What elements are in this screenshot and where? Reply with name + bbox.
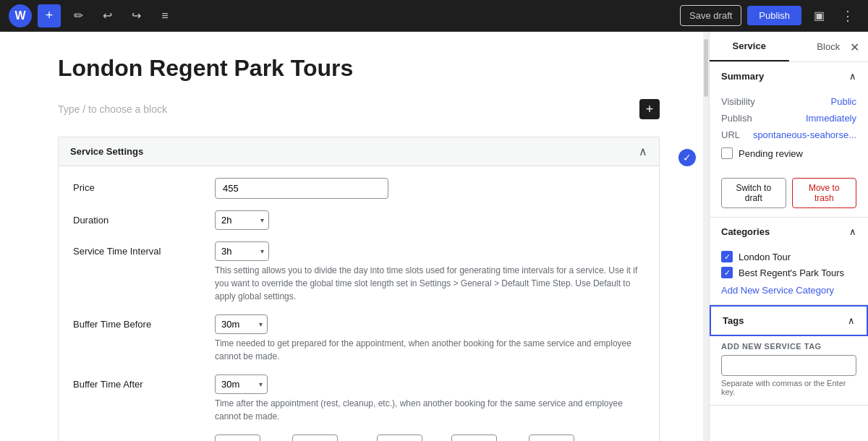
tags-section-header[interactable]: Tags ∧ — [710, 305, 868, 336]
time-before-booking-control: 012 ▾ years 012 ▾ months — [215, 434, 644, 441]
url-row: URL spontaneous-seahorse... — [721, 127, 856, 143]
price-control — [215, 178, 644, 199]
duration-label: Duration — [73, 210, 203, 226]
days-select[interactable]: 0123 — [378, 435, 409, 441]
service-time-interval-select[interactable]: Default 30m 1h 1h 30m 2h 2h 30m 3h — [216, 242, 256, 260]
url-value[interactable]: spontaneous-seahorse... — [753, 129, 856, 140]
service-settings-header[interactable]: Service Settings ∧ — [58, 137, 660, 166]
redo-button[interactable]: ↪ — [124, 4, 148, 27]
tags-title: Tags — [723, 315, 744, 326]
duration-select-wrap: Default 30m 1h 1h 30m 2h 2h 30m 3h ▾ — [215, 210, 269, 230]
duration-select[interactable]: Default 30m 1h 1h 30m 2h 2h 30m 3h — [216, 211, 256, 229]
years-select[interactable]: 012 — [216, 435, 247, 441]
action-buttons: Switch to draft Move to trash — [710, 172, 868, 217]
buffer-before-label: Buffer Time Before — [73, 314, 203, 330]
service-time-select-wrap: Default 30m 1h 1h 30m 2h 2h 30m 3h ▾ — [215, 241, 269, 261]
content-area: London Regent Park Tours Type / to choos… — [0, 32, 703, 441]
summary-section-header[interactable]: Summary ∧ — [710, 62, 868, 90]
scroll-bar[interactable] — [703, 32, 709, 441]
check-circle-icon: ✓ — [678, 149, 696, 166]
tags-help-text: Separate with commas or the Enter key. — [721, 379, 856, 396]
months-select[interactable]: 012 — [293, 435, 325, 441]
tags-input[interactable] — [721, 355, 856, 376]
service-time-help-text: This setting allows you to divide the da… — [215, 264, 644, 303]
summary-title: Summary — [721, 71, 764, 82]
visibility-value[interactable]: Public — [831, 96, 856, 107]
hours-select[interactable]: 012 — [452, 435, 484, 441]
categories-section: Categories ∧ ✓ London Tour ✓ Best Regent… — [710, 218, 868, 305]
sidebar-close-button[interactable]: ✕ — [844, 35, 865, 60]
service-settings-label: Service Settings — [70, 146, 143, 157]
buffer-before-chevron-down-icon: ▾ — [255, 320, 267, 328]
category-london-tour-label: London Tour — [739, 252, 791, 262]
pending-review-label: Pending review — [739, 148, 803, 159]
service-time-interval-row: Service Time Interval Default 30m 1h 1h … — [73, 241, 644, 303]
buffer-before-row: Buffer Time Before Default 15m 30m 45m 1… — [73, 314, 644, 363]
wp-logo-icon[interactable]: W — [9, 4, 32, 27]
service-time-interval-label: Service Time Interval — [73, 241, 203, 257]
category-london-tour-checkbox[interactable]: ✓ — [721, 251, 733, 262]
pending-review-row: Pending review — [721, 143, 856, 163]
minutes-select-wrap: 01530 ▾ — [529, 434, 574, 441]
summary-section-body: Visibility Public Publish Immediately UR… — [710, 90, 868, 172]
add-block-button[interactable]: + — [38, 4, 61, 27]
price-input[interactable] — [215, 178, 388, 199]
more-options-button[interactable]: ⋮ — [836, 4, 859, 27]
sidebar-tabs: Service Block ✕ — [710, 32, 868, 62]
switch-to-draft-button[interactable]: Switch to draft — [721, 178, 786, 208]
tools-button[interactable]: ≡ — [153, 4, 176, 27]
add-tag-label: ADD NEW SERVICE TAG — [721, 339, 856, 355]
time-before-booking-row: Time Before Booking 012 ▾ years 012 — [73, 434, 644, 441]
publish-value[interactable]: Immediately — [806, 113, 856, 124]
duration-row: Duration Default 30m 1h 1h 30m 2h 2h 30m… — [73, 210, 644, 230]
publish-row: Publish Immediately — [721, 110, 856, 127]
save-draft-button[interactable]: Save draft — [680, 5, 741, 26]
inline-add-block-button[interactable]: + — [639, 99, 660, 119]
price-label: Price — [73, 178, 203, 193]
tab-service[interactable]: Service — [710, 32, 789, 61]
buffer-before-select-wrap: Default 15m 30m 45m 1h ▾ — [215, 314, 268, 334]
toolbar: W + ✏ ↩ ↪ ≡ Save draft Publish ▣ ⋮ — [0, 0, 868, 32]
category-best-regents-label: Best Regent's Park Tours — [739, 267, 844, 278]
tags-section-body: ADD NEW SERVICE TAG Separate with commas… — [710, 336, 868, 405]
buffer-after-select[interactable]: Default 15m 30m 45m 1h — [216, 375, 255, 393]
service-time-interval-control: Default 30m 1h 1h 30m 2h 2h 30m 3h ▾ Thi… — [215, 241, 644, 303]
sidebar: Service Block ✕ Summary ∧ Visibility Pub… — [709, 32, 868, 441]
duration-control: Default 30m 1h 1h 30m 2h 2h 30m 3h ▾ — [215, 210, 644, 230]
buffer-after-row: Buffer Time After Default 15m 30m 45m 1h… — [73, 374, 644, 423]
publish-button[interactable]: Publish — [747, 6, 801, 25]
main-layout: London Regent Park Tours Type / to choos… — [0, 32, 868, 441]
category-best-regents-checkbox[interactable]: ✓ — [721, 267, 733, 278]
categories-section-body: ✓ London Tour ✓ Best Regent's Park Tours… — [710, 246, 868, 304]
undo-button[interactable]: ↩ — [95, 4, 119, 27]
tags-section: Tags ∧ ADD NEW SERVICE TAG Separate with… — [710, 305, 868, 406]
url-label: URL — [721, 129, 740, 140]
move-to-trash-button[interactable]: Move to trash — [792, 178, 857, 208]
add-category-link[interactable]: Add New Service Category — [721, 285, 856, 296]
buffer-before-select[interactable]: Default 15m 30m 45m 1h — [216, 315, 255, 333]
layout-button[interactable]: ▣ — [807, 4, 830, 27]
visibility-row: Visibility Public — [721, 93, 856, 110]
add-block-placeholder: Type / to choose a block — [58, 103, 631, 115]
time-before-booking-label: Time Before Booking — [73, 434, 203, 441]
buffer-after-select-wrap: Default 15m 30m 45m 1h ▾ — [215, 374, 268, 394]
service-settings-collapse-button[interactable]: ∧ — [639, 145, 647, 158]
service-time-chevron-down-icon: ▾ — [256, 247, 268, 255]
hours-select-wrap: 012 ▾ — [451, 434, 497, 441]
summary-section: Summary ∧ Visibility Public Publish Imme… — [710, 62, 868, 218]
pending-review-checkbox[interactable] — [721, 147, 733, 159]
service-settings-body: Price Duration Default 30m 1h 1h 30m 2 — [58, 166, 660, 441]
years-select-wrap: 012 ▾ — [215, 434, 260, 441]
buffer-after-help-text: Time after the appointment (rest, cleanu… — [215, 397, 644, 423]
buffer-before-help-text: Time needed to get prepared for the appo… — [215, 337, 644, 363]
minutes-select[interactable]: 01530 — [529, 435, 561, 441]
category-item-best-regents: ✓ Best Regent's Park Tours — [721, 265, 856, 281]
visibility-label: Visibility — [721, 96, 755, 107]
time-before-inputs: 012 ▾ years 012 ▾ months — [215, 434, 644, 441]
edit-icon-button[interactable]: ✏ — [67, 4, 90, 27]
days-select-wrap: 0123 ▾ — [377, 434, 422, 441]
categories-section-header[interactable]: Categories ∧ — [710, 218, 868, 246]
categories-collapse-icon: ∧ — [849, 226, 856, 237]
page-title: London Regent Park Tours — [58, 55, 660, 82]
categories-title: Categories — [721, 226, 770, 237]
